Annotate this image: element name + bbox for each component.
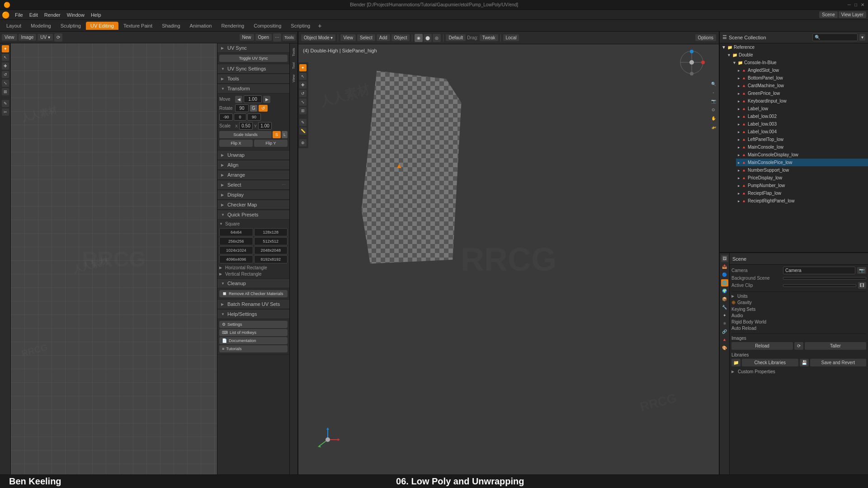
flip-x-btn[interactable]: Flip X	[219, 140, 253, 147]
tab-sculpting[interactable]: Sculpting	[56, 22, 85, 30]
flip-y-btn[interactable]: Flip Y	[254, 140, 288, 147]
local-mode-btn[interactable]: Local	[503, 34, 519, 41]
drag-mode-btn[interactable]: Tweak	[480, 34, 498, 41]
save-revert-btn[interactable]: Save and Revert	[810, 359, 867, 366]
preset-128x128[interactable]: 128x128	[254, 228, 288, 236]
vp-shading-render[interactable]: ◎	[433, 34, 441, 42]
gizmo-sphere[interactable]	[678, 49, 705, 76]
uv-tool-select[interactable]: ✦	[2, 45, 9, 52]
bg-value[interactable]	[783, 277, 866, 280]
vp-mode-select[interactable]: Object Mode ▾	[301, 34, 335, 41]
zoom-out-btn[interactable]: -	[710, 89, 717, 96]
vp-shading-solid[interactable]: ◉	[415, 34, 423, 42]
vp-view-btn[interactable]: View	[340, 34, 356, 41]
toggle-uv-sync-btn[interactable]: Toggle UV Sync	[219, 55, 288, 62]
move-right-btn[interactable]: ▶	[263, 96, 270, 103]
hotkeys-btn[interactable]: ⌨ List of Hotkeys	[219, 329, 288, 336]
uv-canvas[interactable]: RRCG 人人素材 人人素材 RRCG	[11, 43, 217, 474]
view-tab[interactable]: View	[291, 72, 297, 85]
vp-move-tool[interactable]: ✚	[299, 81, 307, 89]
preset-2048x2048[interactable]: 2048x2048	[254, 246, 288, 254]
clip-btn[interactable]: 🎞	[858, 282, 866, 289]
quick-presets-header[interactable]: ▼ Quick Presets	[217, 210, 289, 220]
settings-btn[interactable]: ⚙ Settings	[219, 321, 288, 328]
square-header[interactable]: ▼ Square	[219, 221, 288, 226]
rotate-orange-btn[interactable]: ↺	[259, 105, 268, 112]
arrange-header[interactable]: ▶ Arrange	[217, 170, 289, 180]
uv-view-menu[interactable]: View	[2, 34, 17, 41]
active-clip-value[interactable]	[783, 284, 856, 287]
preset-1024x1024[interactable]: 1024x1024	[219, 246, 253, 254]
minimize-btn[interactable]: ─	[848, 2, 851, 7]
menu-window[interactable]: Window	[64, 11, 87, 19]
tool-options-tab[interactable]: Tool	[291, 60, 297, 72]
tree-item-label[interactable]: ▸ 🔺 Label_low	[736, 105, 868, 113]
tree-item-keyboard[interactable]: ▸ 🔺 KeyboardInput_low	[736, 97, 868, 105]
tree-item-label004[interactable]: ▸ 🔺 Label_low.004	[736, 128, 868, 136]
menu-render[interactable]: Render	[42, 11, 63, 19]
tutorials-btn[interactable]: ≡ Tutorials	[219, 345, 288, 352]
scene-props-icon[interactable]: 🌐	[721, 279, 728, 286]
rotate-v2[interactable]	[234, 113, 246, 121]
vp-select-tool[interactable]: ✦	[299, 64, 307, 71]
scale-y[interactable]	[258, 122, 272, 130]
tab-animation[interactable]: Animation	[185, 22, 217, 30]
modifier-icon[interactable]: 🔧	[721, 304, 728, 311]
move-left-btn[interactable]: ◀	[235, 96, 242, 103]
vp-annotate-tool[interactable]: ✎	[299, 119, 307, 126]
outliner-filter-btn[interactable]: ▾	[859, 34, 865, 41]
output-props-icon[interactable]: 📤	[721, 263, 728, 270]
tree-item-recieptright[interactable]: ▸ 🔺 RecieptRightPanel_low	[736, 197, 868, 205]
tab-scripting[interactable]: Scripting	[286, 22, 315, 30]
uv-tool-rip[interactable]: ✂	[2, 108, 9, 116]
rotate-v3[interactable]	[247, 113, 261, 121]
open-image-btn[interactable]: Open	[255, 34, 272, 41]
unwrap-header[interactable]: ▶ Unwrap	[217, 150, 289, 160]
reload-icon-btn[interactable]: ⟳	[794, 342, 803, 350]
units-section-header[interactable]: ▶ Units	[731, 294, 866, 299]
tab-shading[interactable]: Shading	[157, 22, 184, 30]
tab-rendering[interactable]: Rendering	[217, 22, 249, 30]
preset-4096x4096[interactable]: 4096x4096	[219, 255, 253, 263]
orientation-btn[interactable]: Default	[446, 34, 466, 41]
vp-extra-tool[interactable]: ⊕	[299, 139, 307, 146]
uv-tool-move[interactable]: ✚	[2, 62, 9, 70]
camera-value[interactable]: Camera	[783, 267, 855, 274]
uv-mode-select[interactable]: UV ▾	[38, 34, 53, 41]
library-icon-btn[interactable]: 📁	[731, 359, 741, 366]
tools-header[interactable]: ▶ Tools	[217, 74, 289, 84]
particles-icon[interactable]: ✦	[721, 312, 728, 319]
tree-item-number[interactable]: ▸ 🔺 NumberSupport_low	[736, 166, 868, 174]
align-header[interactable]: ▶ Align	[217, 160, 289, 170]
tree-item-angled[interactable]: ▸ 🔺 AngledSlot_low	[736, 66, 868, 74]
display-header[interactable]: ▶ Display	[217, 190, 289, 200]
libs-icon-btn2[interactable]: 💾	[800, 359, 809, 366]
tree-item-bottom[interactable]: ▸ 🔺 BottomPanel_low	[736, 74, 868, 82]
new-image-btn[interactable]: New	[240, 34, 254, 41]
uv-tool-transform[interactable]: ⊞	[2, 88, 9, 95]
tab-modeling[interactable]: Modeling	[26, 22, 56, 30]
outliner-search[interactable]	[812, 33, 858, 41]
tree-item-pump[interactable]: ▸ 🔺 PumpNumber_low	[736, 182, 868, 189]
scale-islands-btn[interactable]: Scale Islands	[219, 131, 272, 138]
tree-item-label002[interactable]: ▸ 🔺 Label_low.002	[736, 113, 868, 120]
scale-x[interactable]	[239, 122, 253, 130]
tree-item-mainconsoledisplay[interactable]: ▸ 🔺 MainConsoleDisplay_low	[736, 151, 868, 159]
preset-8192x8192[interactable]: 8192x8192	[254, 255, 288, 263]
scale-mode-btn[interactable]: S	[273, 131, 281, 138]
object-props-icon[interactable]: 📦	[721, 296, 728, 303]
options-btn[interactable]: Options	[695, 34, 716, 41]
tab-layout[interactable]: Layout	[2, 22, 26, 30]
tools-side-tab[interactable]: Tools	[291, 45, 297, 59]
add-workspace-btn[interactable]: +	[315, 22, 324, 29]
tab-texture-paint[interactable]: Texture Paint	[119, 22, 157, 30]
uv-sync-header[interactable]: ▶ UV Sync	[217, 43, 289, 53]
close-btn[interactable]: ✕	[861, 2, 864, 7]
preset-256x256[interactable]: 256x256	[219, 237, 253, 245]
render-props-icon[interactable]: 🖼	[721, 255, 728, 262]
preset-512x512[interactable]: 512x512	[254, 237, 288, 245]
help-settings-header[interactable]: ▼ Help/Settings	[217, 310, 289, 319]
tree-item-card[interactable]: ▸ 🔺 CardMachine_low	[736, 82, 868, 89]
menu-edit[interactable]: Edit	[27, 11, 41, 19]
vp-cursor-tool[interactable]: ↖	[299, 73, 307, 80]
